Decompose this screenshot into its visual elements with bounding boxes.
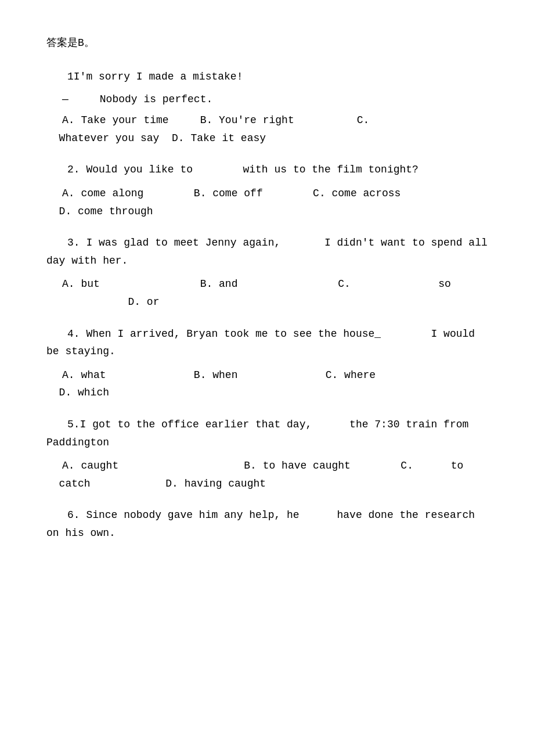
q3-opt-so: so	[438, 278, 451, 290]
answer-line: 答案是B。	[46, 35, 488, 52]
q1-opt-b: B. You're right	[200, 114, 294, 126]
q3-opt-c: C.	[338, 278, 351, 290]
question-5: 5.I got to the office earlier that day, …	[46, 416, 488, 492]
q5-opt-catch: catch	[59, 478, 91, 489]
q2-rest: with us to the film tonight?	[243, 164, 418, 175]
q5-sentence: I got to the office earlier that day,	[80, 419, 312, 430]
q3-opt-a: A. but	[62, 278, 100, 290]
q3-number: 3. I was glad to meet Jenny again,	[67, 237, 280, 249]
q4-options-2: D. which	[46, 384, 488, 402]
q1-text: 1I'm sorry I made a mistake!	[46, 68, 488, 86]
q5-opt-c: C.	[400, 460, 413, 471]
q4-text: 4. When I arrived, Bryan took me to see …	[46, 325, 488, 361]
q2-opt-d: D. come through	[59, 206, 153, 217]
question-2: 2. Would you like to with us to the film…	[46, 161, 488, 220]
q1-opt-d: D. Take it easy	[172, 132, 266, 144]
q1-options-1: A. Take your time B. You're right C.	[46, 111, 488, 129]
q6-text: 6. Since nobody gave him any help, he ha…	[46, 506, 488, 542]
q2-opt-a: A. come along	[62, 188, 143, 199]
question-1: 1I'm sorry I made a mistake! — Nobody is…	[46, 68, 488, 147]
q5-opt-b: B. to have caught	[244, 460, 351, 471]
q4-options-1: A. what B. when C. where	[46, 366, 488, 384]
question-3: 3. I was glad to meet Jenny again, I did…	[46, 234, 488, 311]
q3-options-2: D. or	[46, 293, 488, 311]
q4-opt-c: C. where	[326, 369, 376, 381]
q4-opt-b: B. when	[194, 369, 238, 381]
q1-opt-whatever: Whatever you say	[59, 132, 160, 144]
q1-opt-a: A. Take your time	[62, 114, 169, 126]
q5-opt-to: to	[451, 460, 464, 471]
q5-options-1: A. caught B. to have caught C. to	[46, 457, 488, 475]
q5-text: 5.I got to the office earlier that day, …	[46, 416, 488, 451]
q2-number: 2. Would you like to	[67, 164, 193, 175]
q3-opt-d: D. or	[128, 296, 159, 308]
q4-opt-a: A. what	[62, 369, 106, 381]
q2-opt-b: B. come off	[194, 188, 263, 199]
q3-text: 3. I was glad to meet Jenny again, I did…	[46, 234, 488, 269]
q2-opt-c: C. come across	[313, 188, 400, 199]
q1-dialogue-text: — Nobody is perfect.	[62, 93, 212, 105]
q1-options-2: Whatever you say D. Take it easy	[46, 129, 488, 147]
q2-text: 2. Would you like to with us to the film…	[46, 161, 488, 179]
q6-number: 6. Since nobody gave him any help, he	[67, 509, 300, 521]
q2-options-2: D. come through	[46, 203, 488, 221]
q3-options-1: A. but B. and C. so	[46, 275, 488, 293]
q5-options-2: catch D. having caught	[46, 475, 488, 493]
q1-dialogue: — Nobody is perfect.	[46, 91, 488, 108]
q5-opt-a: A. caught	[62, 460, 118, 471]
q1-opt-c: C.	[357, 114, 370, 126]
q5-opt-d: D. having caught	[165, 478, 266, 489]
q2-options-1: A. come along B. come off C. come across	[46, 185, 488, 203]
main-content: 答案是B。 1I'm sorry I made a mistake! — Nob…	[46, 35, 488, 542]
q5-number: 5.	[67, 419, 80, 430]
q4-number: 4. When I arrived, Bryan took me to see …	[67, 328, 381, 340]
answer-text: 答案是B。	[46, 37, 95, 49]
q1-sentence: I'm sorry I made a mistake!	[74, 71, 243, 82]
question-6: 6. Since nobody gave him any help, he ha…	[46, 506, 488, 542]
q4-opt-d: D. which	[59, 387, 109, 398]
q3-opt-b: B. and	[200, 278, 238, 290]
question-4: 4. When I arrived, Bryan took me to see …	[46, 325, 488, 402]
q1-number: 1	[67, 71, 74, 82]
